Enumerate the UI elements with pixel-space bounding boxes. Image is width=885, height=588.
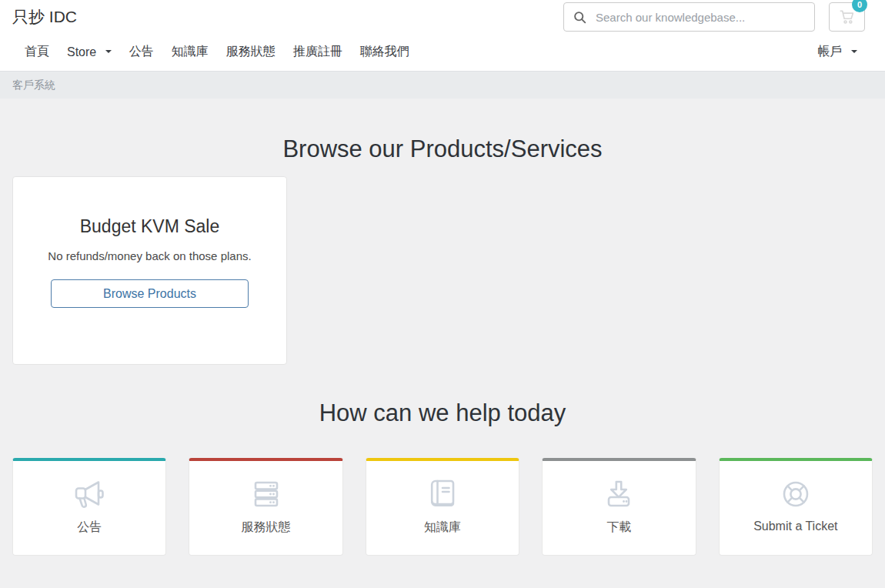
tile-network-status[interactable]: 服務狀態 [189,458,342,556]
tile-submit-ticket[interactable]: Submit a Ticket [719,458,873,556]
nav-item-network-status[interactable]: 服務狀態 [226,44,276,60]
nav-item-affiliates[interactable]: 推廣註冊 [293,44,342,60]
browse-products-button[interactable]: Browse Products [51,279,249,308]
chevron-down-icon [851,50,857,53]
tile-label: 公告 [77,520,102,536]
help-section-heading: How can we help today [12,365,873,427]
nav-item-account[interactable]: 帳戶 [818,44,857,60]
tile-downloads[interactable]: 下載 [542,458,696,556]
site-logo[interactable]: 只抄 IDC [12,6,77,28]
megaphone-icon [71,474,108,514]
main-nav: 首頁 Store 公告 知識庫 服務狀態 推廣註冊 聯絡我們 [25,44,409,60]
nav-item-contact-us[interactable]: 聯絡我們 [360,44,409,60]
nav-item-home[interactable]: 首頁 [25,44,49,60]
cart-icon [839,8,856,25]
breadcrumb: 客戶系統 [0,71,885,99]
breadcrumb-portal-home[interactable]: 客戶系統 [12,79,55,92]
product-group-description: No refunds/money back on those plans. [40,247,259,266]
nav-item-announcements[interactable]: 公告 [129,44,154,60]
cart-count-badge: 0 [852,0,867,12]
main-content: Browse our Products/Services Budget KVM … [0,99,885,556]
server-stack-icon [248,474,285,514]
knowledgebase-search [563,2,815,32]
help-tiles: 公告 服務狀態 [12,458,873,556]
tile-label: 知識庫 [424,520,461,536]
search-icon [573,11,586,24]
header: 只抄 IDC 0 首頁 Store 公告 知識庫 服務狀態 推廣註冊 聯絡我們 … [0,0,885,71]
products-section-heading: Browse our Products/Services [12,99,873,163]
nav-item-store[interactable]: Store [67,45,112,59]
tile-label: 下載 [606,520,631,536]
product-group-card: Budget KVM Sale No refunds/money back on… [12,176,287,365]
book-icon [424,474,461,514]
tile-announcements[interactable]: 公告 [12,458,166,556]
life-ring-icon [777,474,814,514]
download-icon [600,474,637,514]
tile-knowledgebase[interactable]: 知識庫 [366,458,519,556]
cart-button[interactable]: 0 [829,2,865,32]
nav-item-account-label: 帳戶 [818,45,843,58]
tile-label: Submit a Ticket [753,520,837,533]
product-group-title: Budget KVM Sale [13,216,286,237]
chevron-down-icon [105,50,112,53]
nav-item-knowledgebase[interactable]: 知識庫 [172,44,209,60]
search-input[interactable] [594,10,805,25]
nav-item-store-label: Store [67,45,96,58]
tile-label: 服務狀態 [242,520,291,536]
